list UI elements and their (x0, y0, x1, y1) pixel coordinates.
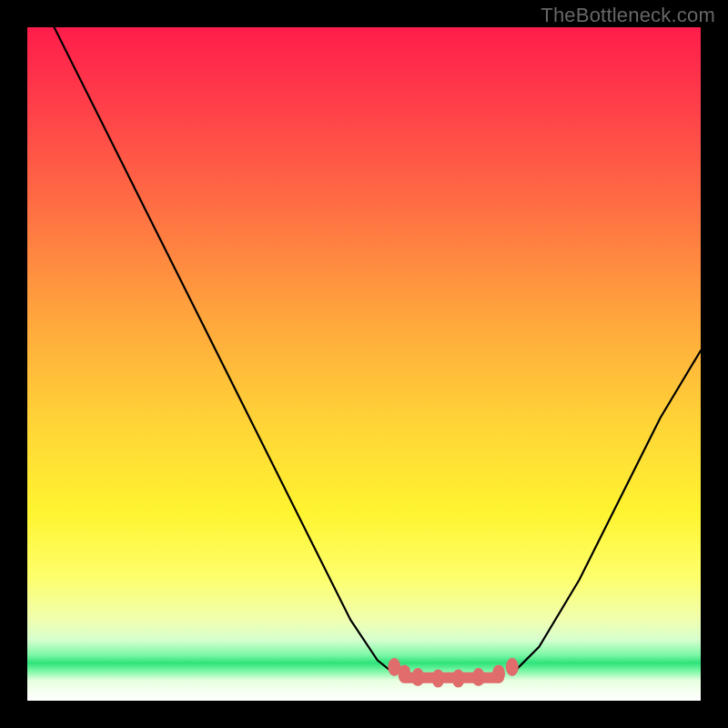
left-branch-line (55, 27, 395, 673)
curves-svg (27, 27, 701, 701)
optimal-dot (492, 664, 505, 682)
chart-frame: TheBottleneck.com (0, 0, 728, 728)
optimal-dot (398, 664, 410, 682)
optimal-dot (506, 658, 519, 676)
right-branch-line (512, 350, 701, 673)
optimal-dot (411, 668, 424, 686)
optimal-dot (452, 670, 465, 688)
watermark-text: TheBottleneck.com (541, 4, 715, 27)
optimal-dot (431, 670, 444, 688)
plot-area (27, 27, 701, 701)
optimal-dot (472, 668, 485, 686)
